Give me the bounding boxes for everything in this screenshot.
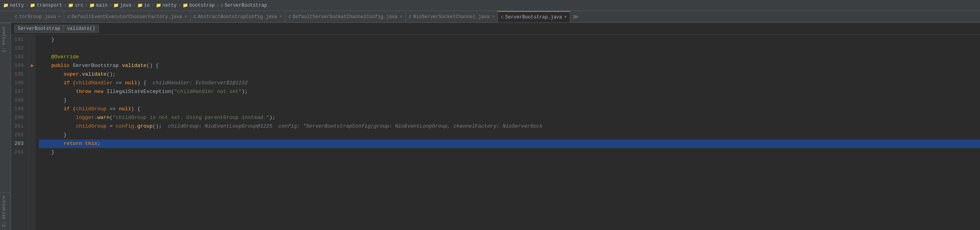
line-num-193: 193 bbox=[11, 53, 25, 61]
tab-torgroup[interactable]: C torGroup.java × bbox=[12, 11, 64, 23]
line-num-198: 198 bbox=[11, 96, 25, 105]
java-icon: C bbox=[15, 15, 18, 19]
code-line-191: } bbox=[39, 35, 980, 44]
close-icon[interactable]: × bbox=[492, 15, 494, 19]
sidebar-left: 1: Project Z: Structure bbox=[0, 23, 11, 230]
breadcrumb-label: io bbox=[144, 3, 150, 8]
gutter-200 bbox=[29, 113, 36, 122]
execution-arrow-icon: ▶ bbox=[31, 61, 33, 70]
breadcrumb-label: ServerBootstrap bbox=[225, 3, 267, 8]
breadcrumb-io[interactable]: 📁 io bbox=[137, 3, 150, 8]
tab-label: ServerBootstrap.java bbox=[505, 15, 562, 20]
code-line-200: logger.warn("childGroup is not set. Usin… bbox=[39, 113, 980, 122]
line-num-196: 196 bbox=[11, 79, 25, 87]
breadcrumb-bar: 📁 netty › 📁 transport › 📁 src › 📁 main ›… bbox=[0, 0, 980, 11]
code-line-197: throw new IllegalStateException("childHa… bbox=[39, 87, 980, 96]
folder-icon: 📁 bbox=[113, 3, 119, 8]
breadcrumb-label: netty bbox=[163, 3, 177, 8]
line-num-194: 194 bbox=[11, 61, 25, 70]
gutter-198 bbox=[29, 96, 36, 105]
folder-icon: 📁 bbox=[3, 3, 9, 8]
folder-icon: 📁 bbox=[137, 3, 143, 8]
code-line-198: } bbox=[39, 96, 980, 105]
code-line-204: } bbox=[39, 148, 980, 157]
breadcrumb-src[interactable]: 📁 src bbox=[68, 3, 83, 8]
java-icon: C bbox=[501, 15, 504, 20]
folder-icon: 📁 bbox=[89, 3, 95, 8]
line-num-195: 195 bbox=[11, 70, 25, 79]
breadcrumb-netty[interactable]: 📁 netty bbox=[3, 3, 24, 8]
java-icon: C bbox=[67, 15, 70, 19]
line-numbers: 191 192 193 194 195 196 197 198 199 200 … bbox=[11, 35, 29, 230]
code-content[interactable]: } @Override public ServerBootstrap valid… bbox=[36, 35, 980, 230]
close-icon[interactable]: × bbox=[564, 15, 567, 19]
breadcrumb-netty2[interactable]: 📁 netty bbox=[156, 3, 177, 8]
gutter-193 bbox=[29, 53, 36, 61]
tab-label: NioServerSocketChannel.java bbox=[413, 14, 490, 20]
method-class-item[interactable]: ServerBootstrap bbox=[14, 25, 63, 33]
breadcrumb-java[interactable]: 📁 java bbox=[113, 3, 131, 8]
folder-icon: 📁 bbox=[68, 3, 74, 8]
tab-label: torGroup.java bbox=[19, 14, 56, 20]
folder-icon: 📁 bbox=[183, 3, 188, 8]
gutter-201 bbox=[29, 122, 36, 131]
breadcrumb-bootstrap[interactable]: 📁 bootstrap bbox=[183, 3, 215, 8]
gutter-195 bbox=[29, 70, 36, 79]
code-line-192 bbox=[39, 44, 980, 53]
gutter-196 bbox=[29, 79, 36, 87]
java-icon: C bbox=[409, 15, 412, 19]
line-num-197: 197 bbox=[11, 87, 25, 96]
gutter-202 bbox=[29, 131, 36, 139]
gutter-194: ▶ bbox=[29, 61, 36, 70]
code-line-194: public ServerBootstrap validate() { bbox=[39, 61, 980, 70]
sidebar-tab-structure[interactable]: Z: Structure bbox=[0, 192, 11, 230]
code-line-201: childGroup = config.group(); childGroup:… bbox=[39, 122, 980, 131]
gutter-203 bbox=[29, 139, 36, 148]
line-num-203: 203 bbox=[11, 139, 25, 148]
breadcrumb-label: bootstrap bbox=[189, 3, 215, 8]
line-num-192: 192 bbox=[11, 44, 25, 53]
breadcrumb-transport[interactable]: 📁 transport bbox=[30, 3, 62, 8]
line-num-191: 191 bbox=[11, 35, 25, 44]
gutter-197 bbox=[29, 87, 36, 96]
close-icon[interactable]: × bbox=[185, 15, 187, 19]
code-line-202: } bbox=[39, 131, 980, 139]
line-num-201: 201 bbox=[11, 122, 25, 131]
editor-area: 191 192 193 194 195 196 197 198 199 200 … bbox=[11, 35, 980, 230]
tab-defaulteventexecutor[interactable]: C DefaultEventExecutorChooserFactory.jav… bbox=[64, 11, 190, 23]
tab-label: DefaultServerSocketChannelConfig.java bbox=[293, 14, 398, 20]
breadcrumb-label: netty bbox=[10, 3, 24, 8]
tab-nioserversocket[interactable]: C NioServerSocketChannel.java × bbox=[406, 11, 498, 23]
gutter: ▶ bbox=[29, 35, 36, 230]
class-icon: C bbox=[221, 3, 224, 8]
tab-abstractbootstrapconfig[interactable]: C AbstractBootstrapConfig.java × bbox=[190, 11, 285, 23]
breadcrumb-label: java bbox=[120, 3, 131, 8]
folder-icon: 📁 bbox=[30, 3, 35, 8]
breadcrumb-main[interactable]: 📁 main bbox=[89, 3, 107, 8]
code-line-196: if (childHandler == null) { childHandler… bbox=[39, 79, 980, 87]
tabs-more-button[interactable]: ≫ bbox=[570, 13, 581, 20]
close-icon[interactable]: × bbox=[279, 15, 282, 19]
code-line-195: super.validate(); bbox=[39, 70, 980, 79]
line-num-199: 199 bbox=[11, 105, 25, 113]
java-icon: C bbox=[288, 15, 291, 19]
close-icon[interactable]: × bbox=[400, 15, 402, 19]
method-method-item[interactable]: validate() bbox=[63, 25, 99, 33]
gutter-192 bbox=[29, 44, 36, 53]
close-icon[interactable]: × bbox=[58, 15, 61, 19]
folder-icon: 📁 bbox=[156, 3, 161, 8]
code-line-203: return this; bbox=[39, 139, 980, 148]
tab-defaultserversocket[interactable]: C DefaultServerSocketChannelConfig.java … bbox=[285, 11, 406, 23]
breadcrumb-serverbootstrap[interactable]: C ServerBootstrap bbox=[221, 3, 267, 8]
breadcrumb-label: src bbox=[75, 3, 83, 8]
tab-label: AbstractBootstrapConfig.java bbox=[198, 14, 277, 20]
sidebar-tab-project[interactable]: 1: Project bbox=[0, 23, 11, 56]
tab-label: DefaultEventExecutorChooserFactory.java bbox=[72, 14, 182, 20]
line-num-204: 204 bbox=[11, 148, 25, 157]
code-line-199: if (childGroup == null) { bbox=[39, 105, 980, 113]
breadcrumb-label: main bbox=[96, 3, 107, 8]
tab-serverbootstrap[interactable]: C ServerBootstrap.java × bbox=[498, 11, 570, 23]
gutter-191 bbox=[29, 35, 36, 44]
breadcrumb-label: transport bbox=[37, 3, 62, 8]
gutter-199 bbox=[29, 105, 36, 113]
